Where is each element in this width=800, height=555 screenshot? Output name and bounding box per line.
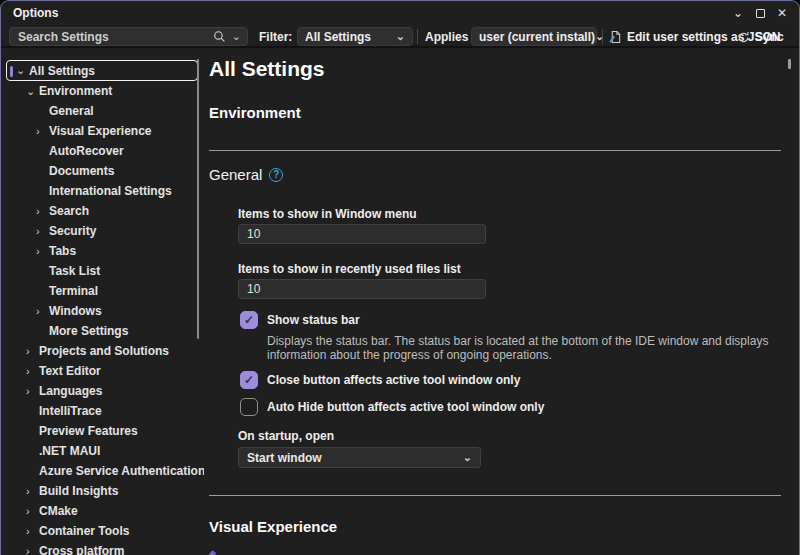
sidebar-item-visual-experience[interactable]: ›Visual Experience [1, 121, 204, 141]
sidebar-item-terminal[interactable]: Terminal [1, 281, 204, 301]
chevron-right-icon[interactable]: › [36, 226, 49, 237]
window-controls: ⌄ ✕ [727, 1, 793, 25]
sidebar-item-label: Windows [49, 304, 102, 318]
checkbox-checked-icon[interactable]: ✓ [240, 311, 258, 329]
general-heading-label: General [209, 166, 262, 183]
checkbox-label: Show status bar [267, 313, 360, 327]
main-scrollbar-thumb[interactable] [788, 59, 791, 69]
sidebar-item-environment[interactable]: ⌄Environment [1, 81, 204, 101]
sidebar-item-net-maui[interactable]: .NET MAUI [1, 441, 204, 461]
sidebar-item-tabs[interactable]: ›Tabs [1, 241, 204, 261]
toolbar: Search Settings ⌄ Filter: All Settings ⌄… [1, 25, 799, 48]
chevron-right-icon[interactable]: › [26, 346, 39, 357]
sidebar-item-cross-platform[interactable]: ›Cross platform [1, 541, 204, 555]
chevron-right-icon[interactable]: › [26, 526, 39, 537]
sidebar-item-preview-features[interactable]: Preview Features [1, 421, 204, 441]
checkbox-label: Auto Hide button affects active tool win… [267, 400, 544, 414]
options-dialog: Options ⌄ ✕ Search Settings ⌄ Filter: Al… [0, 0, 800, 555]
sidebar-item-label: Terminal [49, 284, 98, 298]
sidebar-item-label: Tabs [49, 244, 76, 258]
recent-files-items-label: Items to show in recently used files lis… [238, 262, 461, 276]
startup-open-dropdown[interactable]: Start window ⌄ [238, 447, 481, 468]
maximize-icon [756, 9, 765, 18]
sidebar-item-text-editor[interactable]: ›Text Editor [1, 361, 204, 381]
sidebar-item-label: International Settings [49, 184, 172, 198]
section-divider [209, 495, 781, 496]
sidebar-item-more-settings[interactable]: More Settings [1, 321, 204, 341]
sidebar-item-cmake[interactable]: ›CMake [1, 501, 204, 521]
sidebar-item-projects-and-solutions[interactable]: ›Projects and Solutions [1, 341, 204, 361]
checkbox-unchecked-icon[interactable] [240, 398, 258, 416]
search-options-chevron-icon[interactable]: ⌄ [232, 31, 241, 42]
chevron-right-icon[interactable]: › [26, 506, 39, 517]
section-divider [209, 150, 781, 151]
checkbox-auto-hide-button-affects-active-tool-window-only[interactable]: Auto Hide button affects active tool win… [240, 398, 780, 416]
sidebar-item-documents[interactable]: Documents [1, 161, 204, 181]
checkbox-close-button-affects-active-tool-window-only[interactable]: ✓Close button affects active tool window… [240, 371, 780, 389]
edit-json-document-icon [609, 30, 622, 44]
environment-section-heading: Environment [209, 104, 301, 121]
help-icon[interactable]: ? [269, 168, 283, 182]
chevron-right-icon[interactable]: › [36, 306, 49, 317]
search-input[interactable]: Search Settings ⌄ [9, 27, 248, 46]
chevron-right-icon[interactable]: › [26, 486, 39, 497]
chevron-right-icon[interactable]: › [26, 366, 39, 377]
close-button[interactable]: ✕ [771, 2, 793, 24]
sidebar-item-build-insights[interactable]: ›Build Insights [1, 481, 204, 501]
startup-open-label: On startup, open [238, 429, 334, 443]
sync-label: Sync [755, 30, 784, 44]
sidebar-item-label: More Settings [49, 324, 128, 338]
window-menu-items-input[interactable]: 10 [238, 224, 486, 244]
applies-to-value: user (current install) [479, 30, 595, 44]
sidebar-item-label: General [49, 104, 94, 118]
checkbox-show-status-bar[interactable]: ✓Show status bar [240, 311, 780, 329]
sidebar-item-azure-service-authentication[interactable]: Azure Service Authentication [1, 461, 204, 481]
sidebar-item-label: Projects and Solutions [39, 344, 169, 358]
applies-to-select[interactable]: user (current install) ⌄ [471, 27, 597, 46]
sidebar-item-label: AutoRecover [49, 144, 124, 158]
sidebar-item-autorecover[interactable]: AutoRecover [1, 141, 204, 161]
sidebar: ⌄All Settings⌄EnvironmentGeneral›Visual … [1, 50, 204, 555]
sidebar-item-label: Task List [49, 264, 100, 278]
page-title: All Settings [209, 57, 325, 81]
sidebar-item-container-tools[interactable]: ›Container Tools [1, 521, 204, 541]
chevron-down-icon[interactable]: ⌄ [26, 86, 39, 97]
filter-select[interactable]: All Settings ⌄ [297, 27, 413, 46]
chevron-right-icon[interactable]: › [36, 126, 49, 137]
chevron-down-icon[interactable]: ⌄ [16, 65, 29, 76]
sync-button[interactable]: Sync [737, 28, 784, 46]
sidebar-item-international-settings[interactable]: International Settings [1, 181, 204, 201]
general-group-heading: General ? [209, 166, 283, 183]
sidebar-item-label: Text Editor [39, 364, 101, 378]
checkbox-checked-icon[interactable]: ✓ [240, 371, 258, 389]
window-title: Options [13, 6, 58, 20]
recent-files-items-input[interactable]: 10 [238, 279, 486, 299]
filter-value: All Settings [305, 30, 371, 44]
sidebar-item-security[interactable]: ›Security [1, 221, 204, 241]
sidebar-item-label: Build Insights [39, 484, 118, 498]
sidebar-item-label: IntelliTrace [39, 404, 102, 418]
toolbar-separator [602, 29, 603, 44]
sidebar-item-general[interactable]: General [1, 101, 204, 121]
maximize-button[interactable] [749, 2, 771, 24]
chevron-down-icon: ⌄ [463, 452, 472, 463]
sidebar-item-windows[interactable]: ›Windows [1, 301, 204, 321]
sidebar-item-label: Cross platform [39, 544, 124, 555]
sidebar-item-label: Azure Service Authentication [39, 464, 204, 478]
sidebar-item-search[interactable]: ›Search [1, 201, 204, 221]
sidebar-item-task-list[interactable]: Task List [1, 261, 204, 281]
collapse-chevron-icon[interactable]: ⌄ [727, 2, 749, 24]
chevron-right-icon[interactable]: › [36, 206, 49, 217]
chevron-right-icon[interactable]: › [36, 246, 49, 257]
checkbox-label: Close button affects active tool window … [267, 373, 520, 387]
sidebar-item-intellitrace[interactable]: IntelliTrace [1, 401, 204, 421]
sidebar-scrollbar-thumb[interactable] [197, 59, 199, 339]
sidebar-item-all-settings[interactable]: ⌄All Settings [6, 60, 198, 81]
sidebar-item-languages[interactable]: ›Languages [1, 381, 204, 401]
title-bar[interactable]: Options ⌄ ✕ [1, 1, 799, 25]
window-menu-items-value: 10 [247, 227, 260, 241]
startup-open-value: Start window [247, 451, 322, 465]
chevron-right-icon[interactable]: › [26, 546, 39, 555]
search-icon[interactable] [213, 30, 226, 43]
chevron-right-icon[interactable]: › [26, 386, 39, 397]
